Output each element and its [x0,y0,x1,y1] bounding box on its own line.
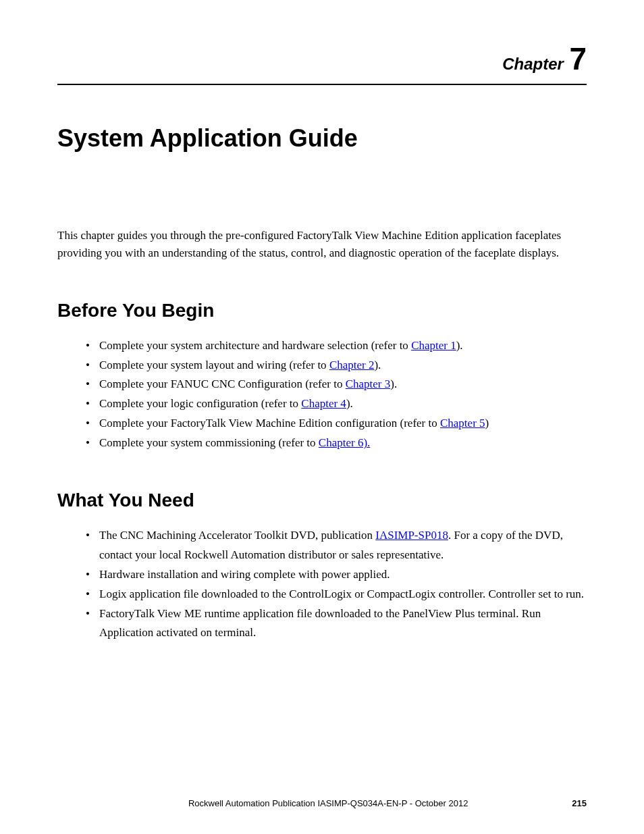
section-heading-before-you-begin: Before You Begin [57,300,587,321]
footer-pub-text: Rockwell Automation Publication IASIMP-Q… [188,798,415,808]
page-number: 215 [572,798,587,808]
list-item: Complete your system commissioning (refe… [86,434,587,453]
list-item: Complete your logic configuration (refer… [86,394,587,414]
chapter-number: 7 [569,41,587,76]
before-you-begin-list: Complete your system architecture and ha… [57,336,587,453]
item-text-after: ). [374,359,381,371]
chapter-6-link[interactable]: Chapter 6). [319,436,370,449]
chapter-5-link[interactable]: Chapter 5 [440,417,485,429]
list-item: Complete your FANUC CNC Configuration (r… [86,375,587,394]
item-text-after: ). [456,339,463,352]
publication-link[interactable]: IASIMP-SP018 [375,529,448,542]
item-text: Complete your system layout and wiring (… [99,359,329,371]
item-text: Complete your system commissioning (refe… [99,436,319,449]
list-item: Hardware installation and wiring complet… [86,565,587,585]
page-title: System Application Guide [57,124,587,153]
intro-paragraph: This chapter guides you through the pre-… [57,227,587,263]
list-item: Logix application file downloaded to the… [86,585,587,604]
footer-publication: Rockwell Automation Publication IASIMP-Q… [84,798,572,808]
item-text: The CNC Machining Accelerator Toolkit DV… [99,529,375,542]
item-text-after: ). [346,397,353,410]
section-heading-what-you-need: What You Need [57,490,587,511]
list-item: Complete your system layout and wiring (… [86,356,587,375]
footer-date: October 2012 [415,798,468,808]
list-item: FactoryTalk View ME runtime application … [86,604,587,644]
item-text: Complete your FactoryTalk View Machine E… [99,417,440,429]
item-text: Hardware installation and wiring complet… [99,568,390,581]
chapter-2-link[interactable]: Chapter 2 [329,359,375,371]
item-text: FactoryTalk View ME runtime application … [99,607,541,640]
chapter-header: Chapter 7 [57,41,587,77]
item-text-after: ) [485,417,489,429]
item-text: Logix application file downloaded to the… [99,588,584,600]
divider-rule [57,84,587,85]
list-item: The CNC Machining Accelerator Toolkit DV… [86,526,587,565]
chapter-label: Chapter [502,55,564,73]
page-footer: Rockwell Automation Publication IASIMP-Q… [0,798,644,808]
what-you-need-list: The CNC Machining Accelerator Toolkit DV… [57,526,587,643]
chapter-4-link[interactable]: Chapter 4 [301,397,346,410]
item-text: Complete your FANUC CNC Configuration (r… [99,377,346,390]
item-text-after: ). [390,377,397,390]
item-text: Complete your logic configuration (refer… [99,397,301,410]
item-text: Complete your system architecture and ha… [99,339,411,352]
list-item: Complete your system architecture and ha… [86,336,587,356]
list-item: Complete your FactoryTalk View Machine E… [86,414,587,434]
chapter-3-link[interactable]: Chapter 3 [346,377,391,390]
chapter-1-link[interactable]: Chapter 1 [411,339,456,352]
